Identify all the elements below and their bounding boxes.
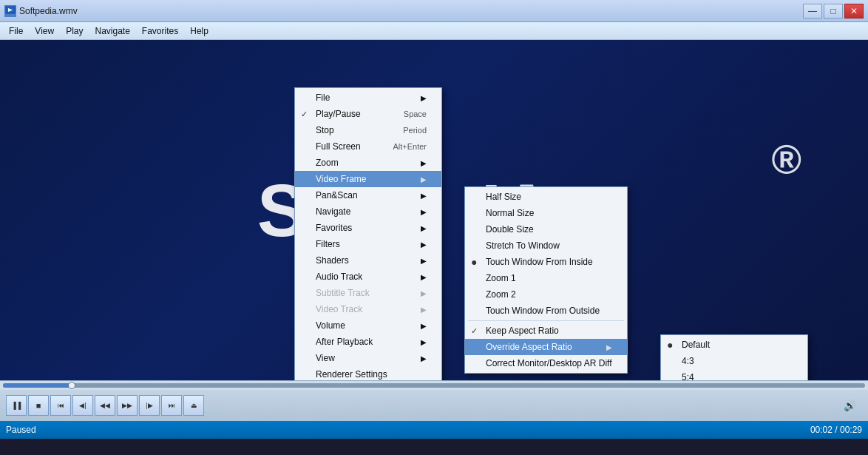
- favorites-arrow: ▶: [421, 224, 427, 232]
- volume-label: Volume: [316, 320, 345, 331]
- menu-navigate[interactable]: Navigate: [89, 24, 135, 38]
- navigate-arrow: ▶: [421, 208, 427, 216]
- afterplayback-arrow: ▶: [421, 338, 427, 346]
- menu-item-shaders[interactable]: Shaders ▶: [295, 252, 441, 269]
- menu-item-fullscreen[interactable]: Full Screen Alt+Enter: [295, 138, 441, 155]
- minimize-button[interactable]: —: [803, 4, 822, 18]
- vf-touchwindowfrom-inside[interactable]: ● Touch Window From Inside: [465, 254, 627, 270]
- menu-item-videotrack[interactable]: Video Track ▶: [295, 301, 441, 317]
- doublesize-label: Double Size: [486, 224, 534, 235]
- close-button[interactable]: ✕: [844, 4, 864, 18]
- vf-halfsize[interactable]: Half Size: [465, 189, 627, 205]
- volume-icon: 🔊: [844, 400, 856, 411]
- step-back-button[interactable]: ◀|: [72, 395, 93, 416]
- vf-keepaspectratio[interactable]: ✓ Keep Aspect Ratio: [465, 323, 627, 339]
- menu-favorites[interactable]: Favorites: [136, 24, 184, 38]
- menu-item-zoom[interactable]: Zoom ▶: [295, 155, 441, 171]
- view-arrow: ▶: [421, 354, 427, 363]
- vf-stretchtowindow[interactable]: Stretch To Window: [465, 237, 627, 254]
- status-text: Paused: [6, 425, 36, 435]
- videotrack-arrow: ▶: [421, 306, 427, 314]
- zoom-label: Zoom: [316, 158, 339, 168]
- vf-zoom1[interactable]: Zoom 1: [465, 270, 627, 286]
- menu-file[interactable]: File: [3, 24, 29, 38]
- vf-zoom2[interactable]: Zoom 2: [465, 286, 627, 303]
- panscan-label: Pan&Scan: [316, 190, 358, 200]
- touchwindowinside-label: Touch Window From Inside: [486, 257, 593, 267]
- menu-item-navigate[interactable]: Navigate ▶: [295, 203, 441, 220]
- file-arrow: ▶: [421, 94, 427, 102]
- status-bar: Paused 00:02 / 00:29: [0, 421, 868, 439]
- seekbar-fill: [3, 383, 72, 388]
- prev-button[interactable]: ⏮: [50, 395, 71, 416]
- stop-label: Stop: [316, 125, 334, 135]
- ar-default[interactable]: ● Default: [661, 337, 807, 353]
- menu-item-file[interactable]: File ▶: [295, 90, 441, 106]
- stop-shortcut: Period: [388, 126, 427, 135]
- menu-item-filters[interactable]: Filters ▶: [295, 236, 441, 252]
- seekbar-thumb[interactable]: [68, 382, 75, 389]
- audiotrack-arrow: ▶: [421, 273, 427, 281]
- fast-back-button[interactable]: ◀◀: [95, 395, 115, 416]
- menu-item-afterplayback[interactable]: After Playback ▶: [295, 334, 441, 350]
- volume-area: 🔊: [844, 400, 856, 411]
- play-pause-button[interactable]: ▐▐: [6, 395, 27, 416]
- audiotrack-label: Audio Track: [316, 272, 362, 282]
- vf-overridear[interactable]: Override Aspect Ratio ▶: [465, 339, 627, 355]
- halfsize-label: Half Size: [486, 192, 521, 202]
- volume-arrow: ▶: [421, 322, 427, 330]
- titlebar-controls: — □ ✕: [803, 4, 864, 18]
- menu-view[interactable]: View: [29, 24, 60, 38]
- subtitletrack-arrow: ▶: [421, 289, 427, 297]
- view-label: View: [316, 353, 335, 363]
- menubar: File View Play Navigate Favorites Help: [0, 22, 868, 40]
- videoframe-submenu: Half Size Normal Size Double Size Stretc…: [464, 186, 628, 374]
- step-fwd-button[interactable]: |▶: [139, 395, 160, 416]
- video-area: SOF IA ® File ▶ ✓ Play/Pause Space Stop …: [0, 40, 868, 380]
- shaders-arrow: ▶: [421, 257, 427, 265]
- seekbar-track[interactable]: [3, 383, 865, 388]
- overridear-label: Override Aspect Ratio: [486, 342, 572, 352]
- filters-arrow: ▶: [421, 240, 427, 249]
- menu-help[interactable]: Help: [184, 24, 214, 38]
- open-button[interactable]: ⏏: [183, 395, 204, 416]
- menu-item-audiotrack[interactable]: Audio Track ▶: [295, 269, 441, 285]
- controls-bar: ▐▐ ■ ⏮ ◀| ◀◀ ▶▶ |▶ ⏭ ⏏ 🔊: [0, 380, 868, 421]
- menu-item-subtitletrack[interactable]: Subtitle Track ▶: [295, 285, 441, 301]
- menu-item-videoframe[interactable]: Video Frame ▶: [295, 171, 441, 187]
- ar-4-3[interactable]: 4:3: [661, 353, 807, 369]
- fullscreen-shortcut: Alt+Enter: [378, 142, 427, 151]
- stop-button[interactable]: ■: [28, 395, 49, 416]
- next-button[interactable]: ⏭: [161, 395, 182, 416]
- playpause-check: ✓: [301, 109, 308, 119]
- menu-item-renderersettings[interactable]: Renderer Settings: [295, 366, 441, 380]
- vf-doublesize[interactable]: Double Size: [465, 221, 627, 237]
- vf-normalsize[interactable]: Normal Size: [465, 205, 627, 221]
- overridear-arrow: ▶: [606, 343, 612, 351]
- videotrack-label: Video Track: [316, 304, 362, 314]
- fullscreen-label: Full Screen: [316, 141, 361, 152]
- restore-button[interactable]: □: [824, 4, 843, 18]
- ar-5-4[interactable]: 5:4: [661, 369, 807, 380]
- zoom1-label: Zoom 1: [486, 273, 516, 283]
- seekbar-container[interactable]: [0, 381, 868, 390]
- shaders-label: Shaders: [316, 255, 349, 266]
- menu-item-stop[interactable]: Stop Period: [295, 122, 441, 138]
- playpause-shortcut: Space: [389, 109, 427, 118]
- menu-item-view[interactable]: View ▶: [295, 350, 441, 366]
- touchwindow-inside-radio: ●: [471, 256, 477, 268]
- playpause-label: Play/Pause: [316, 109, 361, 119]
- menu-item-volume[interactable]: Volume ▶: [295, 317, 441, 334]
- titlebar: Softpedia.wmv — □ ✕: [0, 0, 868, 22]
- menu-item-panscan[interactable]: Pan&Scan ▶: [295, 187, 441, 203]
- menu-play[interactable]: Play: [60, 24, 89, 38]
- subtitletrack-label: Subtitle Track: [316, 288, 370, 298]
- vf-correctmonitor[interactable]: Correct Monitor/Desktop AR Diff: [465, 355, 627, 371]
- vf-touchwindowfrom-outside[interactable]: Touch Window From Outside: [465, 303, 627, 319]
- menu-item-favorites[interactable]: Favorites ▶: [295, 220, 441, 236]
- window-title: Softpedia.wmv: [19, 6, 78, 16]
- time-display: 00:02 / 00:29: [810, 425, 862, 435]
- fast-fwd-button[interactable]: ▶▶: [117, 395, 138, 416]
- videoframe-label: Video Frame: [316, 174, 366, 184]
- menu-item-playpause[interactable]: ✓ Play/Pause Space: [295, 106, 441, 122]
